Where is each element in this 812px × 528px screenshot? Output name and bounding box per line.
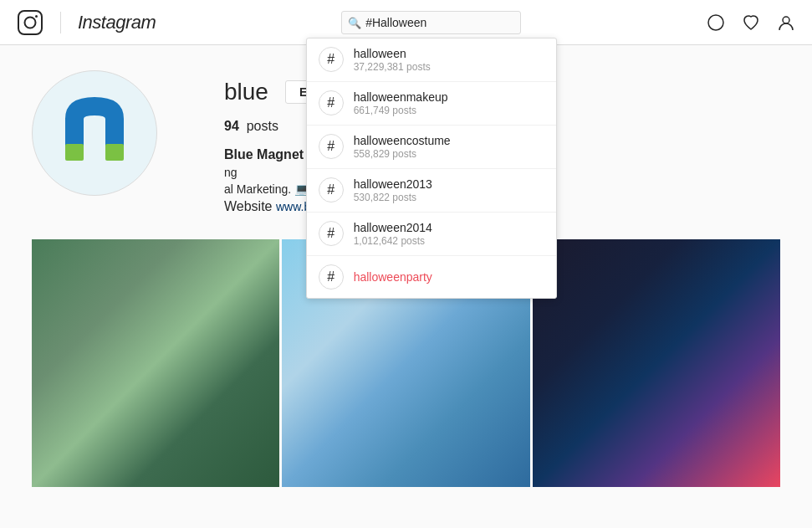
search-result-halloweenmakeup[interactable]: # halloweenmakeup 661,749 posts bbox=[307, 82, 556, 126]
result-count-halloweenmakeup: 661,749 posts bbox=[354, 105, 448, 116]
svg-point-1 bbox=[25, 17, 36, 28]
result-count-halloween2013: 530,822 posts bbox=[354, 192, 432, 203]
svg-point-2 bbox=[35, 15, 38, 18]
post-item-1[interactable] bbox=[32, 239, 279, 487]
website-label: Website bbox=[224, 199, 276, 213]
svg-rect-7 bbox=[105, 144, 124, 161]
result-name-halloween2014: halloween2014 bbox=[354, 221, 432, 234]
hashtag-icon-halloweenmakeup: # bbox=[319, 90, 344, 115]
hashtag-icon-halloween2014: # bbox=[319, 221, 344, 246]
result-name-halloweenmakeup: halloweenmakeup bbox=[354, 90, 448, 104]
result-count-halloween: 37,229,381 posts bbox=[354, 61, 431, 73]
search-wrapper: 🔍 # halloween 37,229,381 posts # bbox=[341, 11, 521, 34]
result-info-halloweencostume: halloweencostume 558,829 posts bbox=[354, 134, 451, 160]
result-info-halloween: halloween 37,229,381 posts bbox=[354, 47, 431, 73]
search-dropdown: # halloween 37,229,381 posts # halloween… bbox=[306, 38, 557, 299]
profile-logo-svg bbox=[49, 87, 140, 179]
hashtag-icon-halloween2013: # bbox=[319, 177, 344, 202]
logo-container: Instagram bbox=[17, 9, 156, 36]
posts-stat: 94 posts bbox=[224, 119, 278, 134]
instagram-wordmark: Instagram bbox=[78, 12, 156, 33]
instagram-camera-icon bbox=[17, 9, 43, 36]
hashtag-icon-halloweenparty: # bbox=[319, 264, 344, 290]
result-name-halloweenparty: halloweenparty bbox=[354, 270, 432, 284]
svg-rect-0 bbox=[18, 11, 42, 34]
profile-username: bluemagnet bbox=[224, 79, 268, 105]
svg-point-3 bbox=[708, 15, 723, 30]
search-result-halloweenparty[interactable]: # halloweenparty bbox=[307, 256, 556, 298]
search-result-halloween2014[interactable]: # halloween2014 1,012,642 posts bbox=[307, 213, 556, 256]
hashtag-icon-halloweencostume: # bbox=[319, 134, 344, 159]
result-name-halloweencostume: halloweencostume bbox=[354, 134, 451, 147]
search-input[interactable] bbox=[341, 11, 521, 34]
svg-marker-4 bbox=[713, 19, 719, 25]
result-info-halloween2013: halloween2013 530,822 posts bbox=[354, 177, 432, 203]
search-icon: 🔍 bbox=[348, 16, 361, 28]
header-actions bbox=[707, 13, 795, 32]
result-name-halloween2013: halloween2013 bbox=[354, 177, 432, 191]
result-info-halloweenmakeup: halloweenmakeup 661,749 posts bbox=[354, 90, 448, 116]
result-info-halloween2014: halloween2014 1,012,642 posts bbox=[354, 221, 432, 247]
posts-label: posts bbox=[247, 119, 278, 133]
heart-icon[interactable] bbox=[742, 13, 760, 32]
post-item-3[interactable] bbox=[533, 239, 780, 487]
result-count-halloweencostume: 558,829 posts bbox=[354, 148, 451, 160]
result-count-halloween2014: 1,012,642 posts bbox=[354, 235, 432, 247]
svg-rect-6 bbox=[65, 144, 84, 161]
avatar bbox=[32, 70, 157, 196]
hashtag-icon-halloween: # bbox=[319, 47, 344, 72]
logo-divider bbox=[60, 12, 61, 33]
result-info-halloweenparty: halloweenparty bbox=[354, 270, 432, 284]
search-results-list: # halloween 37,229,381 posts # halloween… bbox=[307, 38, 556, 298]
avatar-container bbox=[32, 70, 157, 196]
search-result-halloweencostume[interactable]: # halloweencostume 558,829 posts bbox=[307, 126, 556, 169]
svg-point-5 bbox=[783, 17, 789, 23]
result-name-halloween: halloween bbox=[354, 47, 431, 60]
header: Instagram 🔍 # halloween 37,229,381 posts bbox=[0, 0, 812, 45]
search-result-halloween2013[interactable]: # halloween2013 530,822 posts bbox=[307, 169, 556, 213]
search-container: 🔍 # halloween 37,229,381 posts # bbox=[156, 11, 707, 34]
search-result-halloween[interactable]: # halloween 37,229,381 posts bbox=[307, 38, 556, 82]
posts-count: 94 bbox=[224, 119, 239, 133]
profile-icon[interactable] bbox=[777, 13, 795, 32]
compass-icon[interactable] bbox=[707, 13, 725, 32]
